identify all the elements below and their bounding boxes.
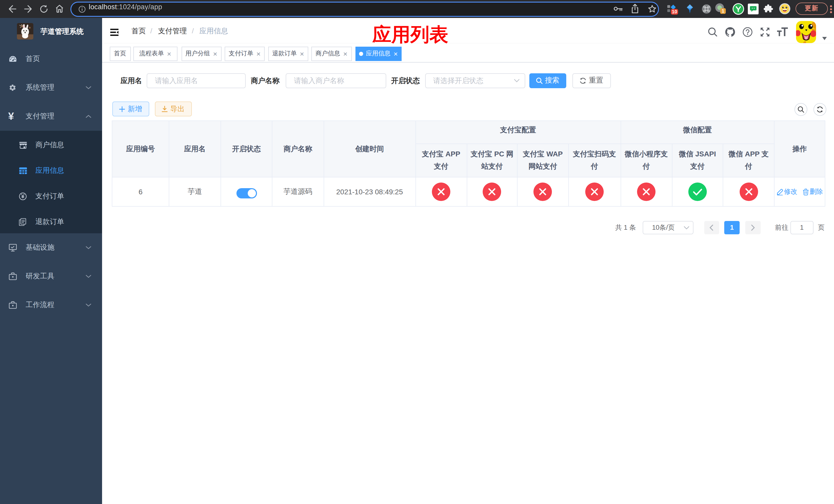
svg-text:10: 10 <box>672 9 677 14</box>
svg-text:1: 1 <box>722 8 724 14</box>
